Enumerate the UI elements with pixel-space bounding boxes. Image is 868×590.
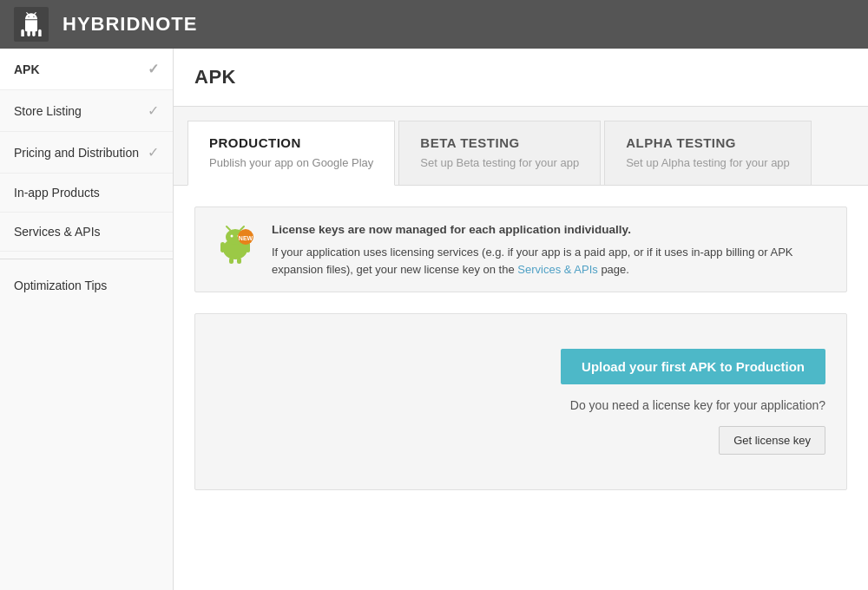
tab-production-desc: Publish your app on Google Play — [209, 155, 373, 171]
sidebar-item-apk[interactable]: APK ✓ — [0, 49, 173, 90]
check-icon-apk: ✓ — [148, 61, 159, 77]
android-logo-icon — [19, 12, 43, 36]
tab-alpha-testing-title: ALPHA TESTING — [626, 135, 790, 150]
sidebar-item-in-app-products-label: In-app Products — [14, 186, 100, 200]
tab-beta-testing-title: BETA TESTING — [420, 135, 579, 150]
sidebar-item-services-apis[interactable]: Services & APIs — [0, 213, 173, 252]
upload-apk-button[interactable]: Upload your first APK to Production — [561, 349, 825, 384]
sidebar-divider — [0, 259, 173, 259]
sidebar-item-optimization-tips[interactable]: Optimization Tips — [0, 266, 173, 305]
content-header: APK — [174, 49, 868, 107]
tab-production[interactable]: PRODUCTION Publish your app on Google Pl… — [187, 121, 395, 186]
get-license-key-button[interactable]: Get license key — [719, 426, 825, 455]
top-header: HYBRIDNOTE — [0, 0, 868, 49]
page-title: APK — [194, 66, 847, 88]
sidebar-item-pricing-distribution[interactable]: Pricing and Distribution ✓ — [0, 132, 173, 174]
content-area: APK PRODUCTION Publish your app on Googl… — [174, 49, 868, 590]
svg-rect-9 — [237, 258, 241, 264]
tab-production-title: PRODUCTION — [209, 135, 373, 150]
main-layout: APK ✓ Store Listing ✓ Pricing and Distri… — [0, 49, 868, 590]
check-icon-pricing-distribution: ✓ — [148, 144, 159, 161]
sidebar-item-apk-label: APK — [14, 62, 40, 76]
svg-rect-6 — [220, 242, 225, 252]
tabs-container: PRODUCTION Publish your app on Google Pl… — [174, 107, 868, 186]
sidebar: APK ✓ Store Listing ✓ Pricing and Distri… — [0, 49, 174, 590]
sidebar-item-pricing-distribution-label: Pricing and Distribution — [14, 146, 139, 160]
sidebar-item-services-apis-label: Services & APIs — [14, 225, 101, 239]
notice-suffix-text: page. — [598, 263, 629, 276]
tab-alpha-testing-desc: Set up Alpha testing for your app — [626, 155, 790, 171]
android-new-svg: NEW — [213, 221, 258, 266]
sidebar-item-store-listing-label: Store Listing — [14, 104, 82, 118]
sidebar-item-in-app-products[interactable]: In-app Products — [0, 174, 173, 213]
license-question-text: Do you need a license key for your appli… — [570, 398, 825, 412]
check-icon-store-listing: ✓ — [148, 102, 159, 119]
tab-beta-testing-desc: Set up Beta testing for your app — [420, 155, 579, 171]
tab-alpha-testing[interactable]: ALPHA TESTING Set up Alpha testing for y… — [604, 121, 812, 185]
notice-bold-text: License keys are now managed for each ap… — [272, 221, 829, 239]
sidebar-item-optimization-tips-label: Optimization Tips — [14, 279, 107, 292]
notice-box: NEW License keys are now managed for eac… — [194, 206, 847, 292]
sidebar-item-store-listing[interactable]: Store Listing ✓ — [0, 90, 173, 132]
svg-point-2 — [231, 235, 233, 238]
svg-text:NEW: NEW — [239, 235, 253, 241]
upload-area: Upload your first APK to Production Do y… — [194, 313, 847, 490]
android-new-icon: NEW — [213, 221, 258, 266]
tab-beta-testing[interactable]: BETA TESTING Set up Beta testing for you… — [398, 121, 601, 185]
app-title: HYBRIDNOTE — [62, 13, 197, 36]
notice-text: License keys are now managed for each ap… — [272, 221, 829, 278]
android-logo-box — [14, 7, 49, 42]
svg-line-4 — [227, 226, 230, 230]
services-apis-link[interactable]: Services & APIs — [517, 263, 597, 276]
svg-rect-8 — [229, 258, 233, 264]
